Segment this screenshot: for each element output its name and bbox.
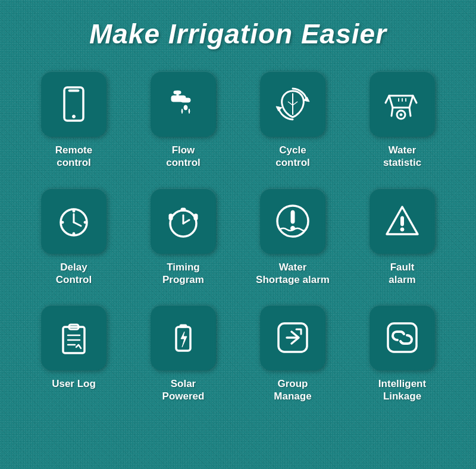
cycle-icon bbox=[274, 85, 312, 123]
svg-line-18 bbox=[386, 96, 389, 103]
svg-line-19 bbox=[413, 96, 416, 103]
svg-marker-9 bbox=[303, 97, 309, 102]
water-shortage-alarm-icon-box bbox=[260, 188, 325, 254]
user-log-label: User Log bbox=[52, 377, 96, 390]
svg-rect-31 bbox=[181, 208, 186, 211]
water-shortage-alarm-item[interactable]: WaterShortage alarm bbox=[245, 188, 340, 287]
solar-icon bbox=[164, 319, 202, 357]
svg-rect-35 bbox=[291, 210, 295, 224]
group-manage-label: GroupManage bbox=[274, 377, 311, 403]
remote-control-icon-box bbox=[41, 71, 107, 137]
timing-program-icon-box bbox=[151, 188, 216, 254]
fault-alarm-label: Faultalarm bbox=[389, 261, 415, 287]
fault-alarm-icon-box bbox=[369, 188, 435, 254]
svg-point-25 bbox=[61, 221, 64, 224]
link-icon bbox=[383, 319, 421, 357]
remote-control-label: Remotecontrol bbox=[55, 144, 92, 169]
warning-icon bbox=[383, 202, 421, 240]
phone-icon bbox=[55, 85, 93, 123]
solar-powered-item[interactable]: SolarPowered bbox=[136, 305, 231, 403]
group-manage-item[interactable]: GroupManage bbox=[245, 305, 340, 403]
delay-clock-icon bbox=[55, 202, 93, 240]
intelligent-linkage-item[interactable]: IntelligentLinkage bbox=[355, 305, 450, 403]
svg-line-12 bbox=[288, 102, 293, 105]
svg-rect-6 bbox=[177, 91, 178, 96]
svg-point-38 bbox=[400, 228, 404, 231]
svg-point-15 bbox=[400, 114, 402, 116]
user-log-item[interactable]: User Log bbox=[26, 305, 121, 403]
features-grid: Remotecontrol bbox=[26, 71, 450, 403]
fault-alarm-item[interactable]: Faultalarm bbox=[355, 188, 450, 287]
water-alert-icon bbox=[274, 202, 312, 240]
svg-point-23 bbox=[73, 210, 75, 212]
solar-powered-icon-box bbox=[151, 305, 216, 370]
cycle-control-icon-box bbox=[260, 71, 325, 137]
svg-rect-4 bbox=[181, 98, 190, 102]
svg-point-2 bbox=[73, 115, 76, 118]
svg-line-17 bbox=[409, 108, 411, 116]
flow-control-label: Flowcontrol bbox=[166, 144, 201, 169]
page-title: Make Irrigation Easier bbox=[89, 18, 387, 50]
svg-point-24 bbox=[73, 232, 75, 235]
delay-control-label: DelayControl bbox=[56, 261, 92, 287]
solar-powered-label: SolarPowered bbox=[162, 377, 205, 403]
group-manage-icon-box bbox=[260, 305, 325, 370]
svg-rect-33 bbox=[194, 214, 198, 220]
remote-control-item[interactable]: Remotecontrol bbox=[26, 71, 121, 169]
user-log-icon-box bbox=[41, 305, 107, 370]
log-icon bbox=[55, 319, 93, 357]
svg-line-16 bbox=[392, 108, 393, 116]
wheelbarrow-icon bbox=[383, 85, 421, 123]
intelligent-linkage-label: IntelligentLinkage bbox=[378, 377, 426, 403]
water-statistic-label: Waterstatistic bbox=[383, 144, 421, 169]
water-shortage-alarm-label: WaterShortage alarm bbox=[256, 261, 330, 287]
faucet-icon bbox=[164, 85, 202, 123]
svg-line-22 bbox=[74, 222, 81, 226]
flow-control-icon-box bbox=[151, 71, 216, 137]
svg-rect-1 bbox=[68, 90, 79, 92]
svg-rect-32 bbox=[169, 214, 173, 220]
share-icon bbox=[274, 319, 312, 357]
svg-rect-45 bbox=[180, 325, 187, 328]
svg-point-26 bbox=[84, 221, 86, 224]
flow-control-item[interactable]: Flowcontrol bbox=[136, 71, 231, 169]
water-statistic-item[interactable]: Waterstatistic bbox=[355, 71, 450, 169]
intelligent-linkage-icon-box bbox=[369, 305, 435, 370]
timing-program-item[interactable]: TimingProgram bbox=[136, 188, 231, 287]
svg-line-13 bbox=[293, 102, 298, 105]
svg-rect-37 bbox=[401, 216, 404, 226]
svg-marker-10 bbox=[276, 106, 282, 111]
delay-control-item[interactable]: DelayControl bbox=[26, 188, 121, 287]
cycle-control-label: Cyclecontrol bbox=[275, 144, 310, 169]
water-statistic-icon-box bbox=[369, 71, 435, 137]
timing-program-label: TimingProgram bbox=[162, 261, 204, 287]
delay-control-icon-box bbox=[41, 188, 107, 254]
cycle-control-item[interactable]: Cyclecontrol bbox=[245, 71, 340, 169]
page: Make Irrigation Easier Remotecontrol bbox=[0, 0, 476, 469]
timer-icon bbox=[164, 202, 202, 240]
